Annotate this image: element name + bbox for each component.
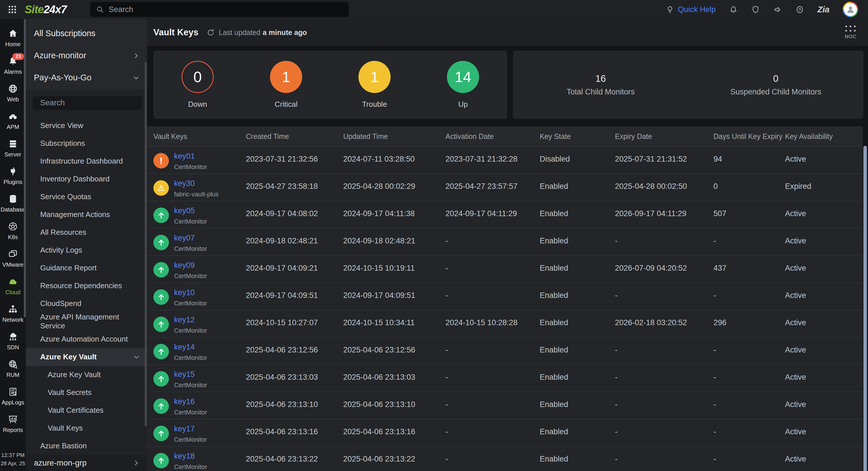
vault-key-link[interactable]: key15 bbox=[174, 369, 207, 379]
rail-item-network[interactable]: Network bbox=[0, 300, 26, 327]
table-row-key14[interactable]: key14CertMonitor2025-04-06 23:12:562025-… bbox=[147, 337, 863, 365]
rail-item-rum[interactable]: RUM bbox=[0, 355, 26, 382]
cell-updated-time: 2025-04-06 23:13:10 bbox=[343, 392, 445, 419]
table-row-key17[interactable]: key17CertMonitor2025-04-06 23:13:162025-… bbox=[147, 419, 863, 446]
rail-item-apm[interactable]: APM bbox=[0, 107, 26, 134]
rail-item-vmware[interactable]: VMware bbox=[0, 244, 26, 272]
vault-key-link[interactable]: key09 bbox=[174, 260, 207, 270]
table-row-key10[interactable]: key10CertMonitor2024-09-17 04:09:512024-… bbox=[147, 283, 863, 310]
rail-item-home[interactable]: Home bbox=[0, 24, 26, 52]
rail-item-k8s[interactable]: K8s bbox=[0, 217, 26, 244]
sidebar-item-azure-bastion[interactable]: Azure Bastion bbox=[26, 437, 147, 455]
column-header-expiry-date[interactable]: Expiry Date bbox=[615, 132, 713, 141]
table-row-key05[interactable]: key05CertMonitor2024-09-17 04:08:022024-… bbox=[147, 201, 863, 228]
noc-view-button[interactable]: NOC bbox=[845, 26, 857, 40]
global-search[interactable] bbox=[90, 2, 349, 17]
sidebar-item-label: Activity Logs bbox=[40, 246, 82, 255]
vault-key-link[interactable]: key07 bbox=[174, 233, 207, 243]
column-header-days-until-key-expiry[interactable]: Days Until Key Expiry bbox=[713, 132, 785, 141]
vault-key-cell: !key01CertMonitor bbox=[153, 147, 246, 174]
sidebar-item-all-resources[interactable]: All Resources bbox=[26, 224, 147, 241]
column-header-key-availability[interactable]: Key Availability bbox=[785, 132, 863, 141]
sidebar-item-azure-api-management-service[interactable]: Azure API Management Service bbox=[26, 312, 147, 330]
rail-item-applogs[interactable]: AppLogs bbox=[0, 382, 26, 410]
table-scrollbar[interactable] bbox=[863, 146, 867, 471]
rail-item-reports[interactable]: Reports bbox=[0, 410, 26, 437]
column-header-created-time[interactable]: Created Time bbox=[246, 132, 343, 141]
sidebar-item-infrastructure-dashboard[interactable]: Infrastructure Dashboard bbox=[26, 153, 147, 170]
vault-key-link[interactable]: key12 bbox=[174, 315, 207, 325]
sidebar-item-management-actions[interactable]: Management Actions bbox=[26, 206, 147, 224]
status-critical[interactable]: 1Critical bbox=[242, 61, 330, 109]
table-row-key01[interactable]: !key01CertMonitor2023-07-31 21:32:562024… bbox=[147, 146, 863, 174]
all-subscriptions-header[interactable]: All Subscriptions bbox=[34, 29, 140, 38]
site24x7-logo[interactable]: Site24x7 bbox=[25, 3, 67, 16]
security-shield-icon[interactable] bbox=[751, 5, 760, 14]
help-question-icon[interactable]: ? bbox=[795, 5, 804, 14]
sidebar-search-input[interactable] bbox=[40, 98, 142, 107]
status-up[interactable]: 14Up bbox=[419, 61, 507, 109]
table-row-key09[interactable]: key09CertMonitor2024-09-17 04:09:212024-… bbox=[147, 256, 863, 283]
vault-key-link[interactable]: key16 bbox=[174, 397, 207, 406]
rail-item-alarms[interactable]: 23Alarms bbox=[0, 52, 26, 79]
cloud-icon bbox=[8, 276, 18, 287]
apps-grid-icon[interactable] bbox=[7, 5, 17, 14]
rail-item-web[interactable]: Web bbox=[0, 79, 26, 107]
rail-item-plugins[interactable]: Plugins bbox=[0, 162, 26, 190]
sidebar-item-resource-dependencies[interactable]: Resource Dependencies bbox=[26, 277, 147, 295]
sidebar-item-azure-key-vault[interactable]: Azure Key Vault bbox=[26, 348, 147, 366]
column-header-key-state[interactable]: Key State bbox=[540, 132, 615, 141]
sidebar-item-activity-logs[interactable]: Activity Logs bbox=[26, 241, 147, 259]
sidebar-item-vault-certificates[interactable]: Vault Certificates bbox=[26, 402, 147, 419]
sidebar-item-inventory-dashboard[interactable]: Inventory Dashboard bbox=[26, 170, 147, 188]
global-search-input[interactable] bbox=[108, 5, 343, 14]
rail-item-database[interactable]: Database bbox=[0, 190, 26, 217]
quick-help-button[interactable]: Quick Help bbox=[665, 5, 716, 14]
sidebar-group-azure-monitor[interactable]: Azure-monitor bbox=[34, 51, 140, 60]
notifications-bell-icon[interactable] bbox=[729, 5, 738, 14]
sidebar-item-service-view[interactable]: Service View bbox=[26, 117, 147, 135]
status-trouble[interactable]: 1Trouble bbox=[330, 61, 419, 109]
cell-updated-time: 2025-04-28 00:02:29 bbox=[343, 174, 445, 201]
vault-key-link[interactable]: key01 bbox=[174, 151, 207, 161]
sidebar-item-cloudspend[interactable]: CloudSpend bbox=[26, 295, 147, 312]
last-updated-value: a minute ago bbox=[262, 28, 307, 36]
monitor-type-label: CertMonitor bbox=[174, 218, 207, 225]
sidebar-item-azure-automation-account[interactable]: Azure Automation Account bbox=[26, 330, 147, 348]
sidebar-item-vault-secrets[interactable]: Vault Secrets bbox=[26, 384, 147, 402]
column-header-activation-date[interactable]: Activation Date bbox=[445, 132, 540, 141]
table-row-key12[interactable]: key12CertMonitor2024-10-15 10:27:072024-… bbox=[147, 310, 863, 337]
rail-item-sdn[interactable]: SDN bbox=[0, 327, 26, 355]
status-down[interactable]: 0Down bbox=[153, 61, 242, 109]
sidebar-item-guidance-report[interactable]: Guidance Report bbox=[26, 259, 147, 277]
vault-key-link[interactable]: key18 bbox=[174, 451, 207, 461]
vault-key-link[interactable]: key17 bbox=[174, 424, 207, 434]
user-avatar[interactable] bbox=[843, 2, 858, 17]
column-header-updated-time[interactable]: Updated Time bbox=[343, 132, 445, 141]
sidebar-item-subscriptions[interactable]: Subscriptions bbox=[26, 135, 147, 153]
table-row-key15[interactable]: key15CertMonitor2025-04-06 23:13:032025-… bbox=[147, 365, 863, 392]
vault-key-link[interactable]: key10 bbox=[174, 288, 207, 297]
table-row-key30[interactable]: key30fabric-vault-plus2025-04-27 23:58:1… bbox=[147, 174, 863, 201]
table-row-key18[interactable]: key18CertMonitor2025-04-06 23:13:222025-… bbox=[147, 446, 863, 471]
sidebar-group-pay-as-you-go[interactable]: Pay-As-You-Go bbox=[34, 73, 140, 82]
announcements-megaphone-icon[interactable] bbox=[773, 5, 782, 14]
sidebar-scrollbar[interactable] bbox=[145, 62, 147, 427]
sidebar-item-azure-key-vault[interactable]: Azure Key Vault bbox=[26, 366, 147, 384]
table-row-key16[interactable]: key16CertMonitor2025-04-06 23:13:102025-… bbox=[147, 392, 863, 419]
vault-key-link[interactable]: key05 bbox=[174, 206, 207, 215]
vault-key-link[interactable]: key14 bbox=[174, 342, 207, 352]
zia-assistant-icon[interactable]: Zia bbox=[817, 5, 830, 14]
rail-scrollbar[interactable] bbox=[24, 19, 26, 317]
refresh-icon[interactable] bbox=[207, 28, 215, 37]
table-row-key07[interactable]: key07CertMonitor2024-09-18 02:48:212024-… bbox=[147, 228, 863, 256]
rail-item-cloud[interactable]: Cloud bbox=[0, 272, 26, 300]
vault-key-link[interactable]: key30 bbox=[174, 178, 219, 188]
cell-activation-date: - bbox=[445, 392, 540, 419]
sidebar-item-azure-mon-grp[interactable]: azure-mon-grp bbox=[26, 455, 147, 471]
sidebar-item-service-quotas[interactable]: Service Quotas bbox=[26, 188, 147, 206]
column-header-vault-keys[interactable]: Vault Keys bbox=[153, 132, 246, 141]
sidebar-search[interactable] bbox=[33, 96, 142, 110]
sidebar-item-vault-keys[interactable]: Vault Keys bbox=[26, 419, 147, 437]
rail-item-server[interactable]: Server bbox=[0, 134, 26, 162]
